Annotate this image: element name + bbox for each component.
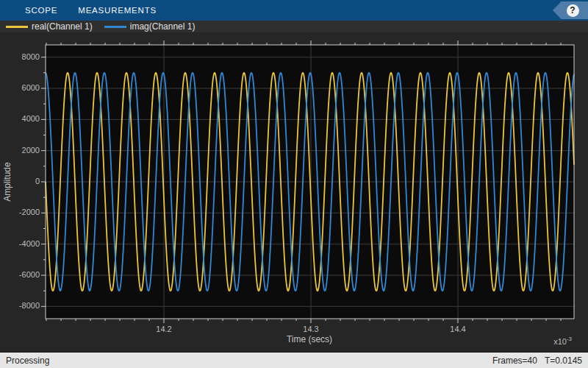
scope-figure: Amplitude Time (secs) x10-3 -8000-6000-4… [0,32,588,352]
legend-item-imag[interactable]: imag(Channel 1) [104,21,196,32]
status-message: Processing [0,355,49,366]
y-tick-label: 4000 [0,114,40,123]
status-bar: Processing Frames=40 T=0.0145 [0,352,588,368]
legend-label-imag: imag(Channel 1) [130,21,196,32]
y-tick-label: -4000 [0,239,40,248]
y-tick-label: 0 [0,177,40,185]
legend-label-real: real(Channel 1) [32,21,93,32]
status-counters: Frames=40 T=0.0145 [492,355,588,366]
real-line-swatch [6,26,28,28]
x-axis-multiplier: x10-3 [553,336,572,346]
y-tick-label: -2000 [0,208,40,216]
help-button[interactable]: ? [553,1,588,19]
x-tick-label: 14.2 [142,325,186,333]
y-tick-label: 6000 [0,83,40,92]
imag-line-swatch [104,26,126,28]
legend: real(Channel 1) imag(Channel 1) [0,21,588,32]
sim-time: T=0.0145 [545,355,582,366]
toolstrip-tabs: SCOPE MEASUREMENTS [0,0,157,21]
x-axis-label: Time (secs) [199,334,420,344]
y-tick-label: -6000 [0,270,40,279]
toolstrip: SCOPE MEASUREMENTS ? [0,0,588,21]
x-tick-label: 14.4 [436,325,480,333]
y-tick-label: -8000 [0,301,40,310]
x-tick-label: 14.3 [289,325,333,333]
waveform-plot[interactable] [0,32,588,352]
frames-counter: Frames=40 [492,355,537,366]
tab-scope[interactable]: SCOPE [25,0,57,21]
y-tick-label: 8000 [0,52,40,61]
tab-measurements[interactable]: MEASUREMENTS [78,0,157,21]
y-tick-label: 2000 [0,146,40,155]
legend-item-real[interactable]: real(Channel 1) [6,21,93,32]
help-icon: ? [567,4,579,17]
